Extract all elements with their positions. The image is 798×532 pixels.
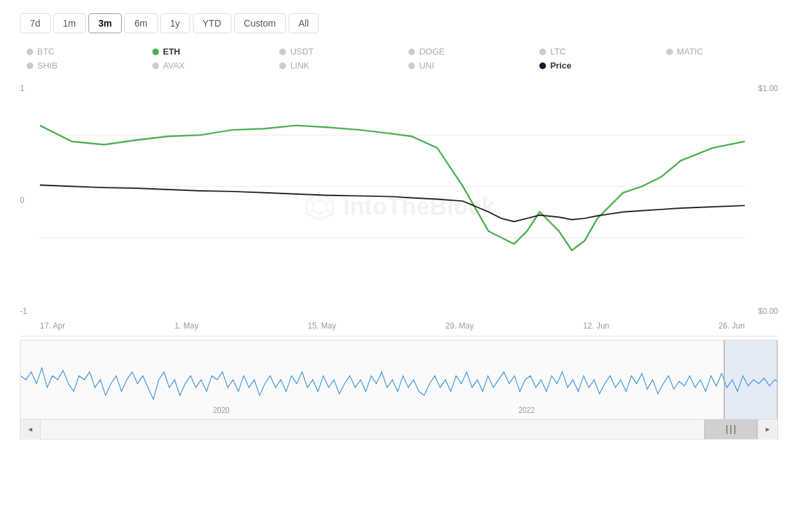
- legend-dot-matic: [666, 49, 673, 55]
- scroll-handle[interactable]: [704, 420, 757, 439]
- mini-label-2020: 2020: [213, 405, 229, 415]
- scroll-left-btn[interactable]: ◄: [21, 420, 41, 440]
- legend-label-btc: BTC: [37, 47, 55, 57]
- x-label-29may: 29. May: [446, 321, 474, 331]
- mini-selection: [724, 340, 777, 419]
- legend-btc[interactable]: BTC: [27, 47, 132, 57]
- x-label-26jun: 26. Jun: [719, 321, 745, 331]
- legend-dot-shib: [27, 63, 33, 69]
- legend-usdt[interactable]: USDT: [279, 47, 388, 57]
- y-label-bot-left: -1: [20, 307, 40, 316]
- legend-ltc[interactable]: LTC: [539, 47, 646, 57]
- chart-legend: BTC ETH USDT DOGE LTC MATIC SHIB A: [20, 47, 778, 70]
- y-label-mid-left: 0: [20, 196, 40, 205]
- btn-all[interactable]: All: [289, 13, 319, 33]
- legend-dot-usdt: [279, 49, 286, 55]
- legend-label-price: Price: [550, 61, 571, 70]
- price-line: [40, 185, 745, 221]
- y-axis-right: $1.00 $0.00: [745, 84, 778, 316]
- y-axis-left: 1 0 -1: [20, 84, 40, 316]
- y-label-top-left: 1: [20, 84, 40, 93]
- legend-eth[interactable]: ETH: [152, 47, 259, 57]
- legend-avax[interactable]: AVAX: [152, 61, 259, 70]
- x-label-17apr: 17. Apr: [40, 321, 65, 331]
- btn-6m[interactable]: 6m: [124, 13, 157, 33]
- x-label-12jun: 12. Jun: [583, 321, 609, 331]
- mini-line: [21, 368, 777, 399]
- x-axis: 17. Apr 1. May 15. May 29. May 12. Jun 2…: [40, 316, 745, 336]
- eth-line: [40, 126, 745, 251]
- legend-label-avax: AVAX: [163, 61, 185, 70]
- main-chart-svg: [40, 84, 745, 289]
- legend-dot-btc: [27, 49, 33, 55]
- btn-7d[interactable]: 7d: [20, 13, 51, 33]
- main-chart-area: 1 0 -1 $1.00 $0.00 IntoTheBlock: [20, 84, 778, 336]
- scrollbar[interactable]: ◄ ►: [20, 420, 778, 440]
- mini-chart-svg: 2020 2022: [21, 340, 777, 419]
- legend-label-shib: SHIB: [37, 61, 57, 70]
- legend-dot-ltc: [539, 49, 546, 55]
- main-container: 7d 1m 3m 6m 1y YTD Custom All BTC ETH US…: [0, 0, 798, 532]
- legend-dot-eth: [152, 49, 159, 55]
- x-label-15may: 15. May: [308, 321, 336, 331]
- y-label-top-right: $1.00: [758, 84, 778, 93]
- legend-dot-link: [279, 63, 286, 69]
- legend-label-ltc: LTC: [550, 47, 566, 57]
- legend-matic[interactable]: MATIC: [666, 47, 778, 57]
- btn-ytd[interactable]: YTD: [193, 13, 231, 33]
- legend-label-uni: UNI: [419, 61, 434, 70]
- legend-label-usdt: USDT: [290, 47, 313, 57]
- legend-price[interactable]: Price: [539, 61, 646, 70]
- btn-1y[interactable]: 1y: [160, 13, 190, 33]
- legend-dot-avax: [152, 63, 159, 69]
- legend-shib[interactable]: SHIB: [27, 61, 132, 70]
- legend-uni[interactable]: UNI: [408, 61, 519, 70]
- legend-link[interactable]: LINK: [279, 61, 388, 70]
- legend-dot-uni: [408, 63, 415, 69]
- legend-doge[interactable]: DOGE: [408, 47, 519, 57]
- legend-label-link: LINK: [290, 61, 309, 70]
- x-label-1may: 1. May: [174, 321, 198, 331]
- time-range-selector: 7d 1m 3m 6m 1y YTD Custom All: [20, 13, 778, 33]
- btn-custom[interactable]: Custom: [234, 13, 286, 33]
- scroll-right-btn[interactable]: ►: [757, 420, 777, 440]
- legend-dot-price: [539, 63, 546, 69]
- scroll-handle-bar-3: [734, 425, 735, 434]
- legend-label-matic: MATIC: [677, 47, 703, 57]
- btn-1m[interactable]: 1m: [53, 13, 86, 33]
- scroll-handle-bar-1: [726, 425, 728, 434]
- scroll-handle-bar-2: [730, 425, 732, 434]
- mini-chart-container[interactable]: 2020 2022: [20, 340, 778, 420]
- legend-label-doge: DOGE: [419, 47, 444, 57]
- y-label-bot-right: $0.00: [758, 307, 778, 316]
- legend-dot-doge: [408, 49, 415, 55]
- btn-3m[interactable]: 3m: [88, 13, 122, 33]
- scroll-track[interactable]: [41, 420, 757, 439]
- legend-label-eth: ETH: [163, 47, 180, 57]
- mini-label-2022: 2022: [519, 405, 535, 415]
